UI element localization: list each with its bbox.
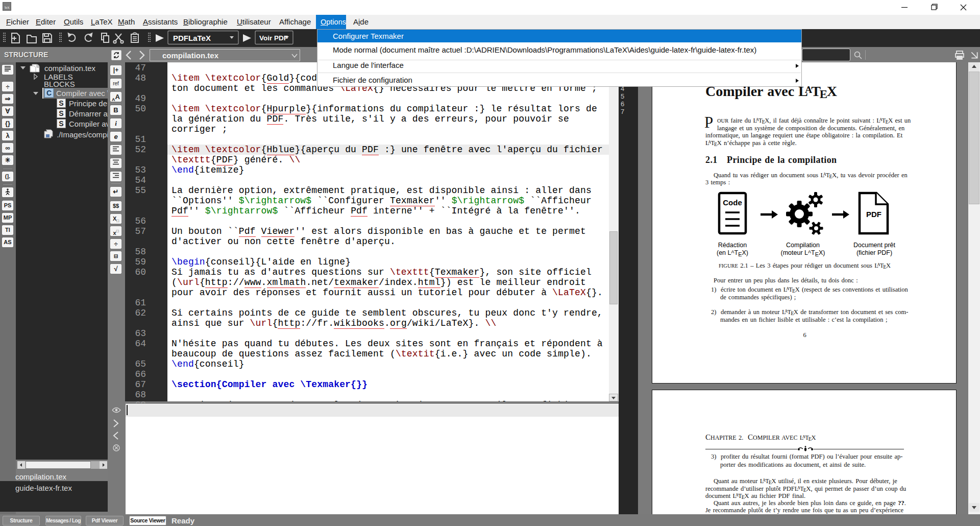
svg-text:(en LATEX): (en LATEX) bbox=[717, 249, 748, 257]
svg-text:Compilation: Compilation bbox=[786, 242, 820, 249]
svg-text:Code: Code bbox=[723, 198, 742, 207]
svg-text:(fichier PDF): (fichier PDF) bbox=[856, 249, 892, 256]
svg-text:Document prêt: Document prêt bbox=[853, 242, 896, 249]
svg-text:(moteur LATEX): (moteur LATEX) bbox=[781, 249, 825, 257]
svg-text:PDF: PDF bbox=[866, 210, 881, 219]
svg-text:Rédaction: Rédaction bbox=[718, 242, 747, 249]
